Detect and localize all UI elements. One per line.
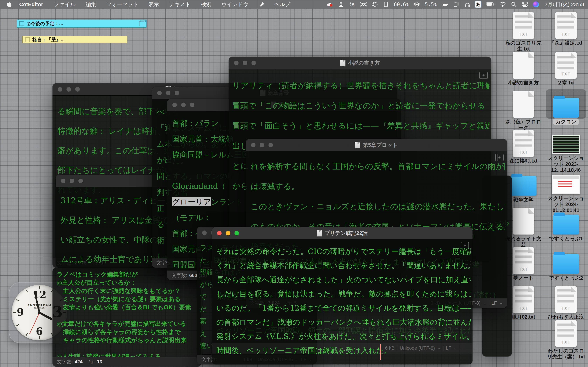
minimize-icon[interactable] [70, 179, 74, 183]
cpu-usage[interactable]: 5.5% [425, 1, 437, 7]
cloud-status-icon[interactable] [327, 1, 333, 8]
txt-file-icon [513, 286, 534, 313]
control-center-icon[interactable] [522, 1, 528, 8]
sticky-note-schedule[interactable]: ◎今後の予定：... [17, 20, 147, 28]
menu-item-help[interactable]: ヘルプ [274, 1, 290, 8]
text-line: くれ」と統合参謀本部作戦室に問い合わせをさせた。「間違いありません。作戦部 [216, 259, 471, 273]
minimize-icon[interactable] [260, 143, 264, 147]
window-controls[interactable] [157, 91, 179, 95]
desktop-icon[interactable]: ですくとっぷ1 [546, 206, 586, 242]
zoom-icon[interactable] [175, 91, 179, 95]
minimize-icon[interactable] [243, 61, 247, 65]
desktop-icon[interactable]: 私のゴスロリ先生.txt [503, 10, 544, 52]
zoom-icon[interactable] [251, 61, 256, 65]
window-controls[interactable] [58, 87, 80, 92]
zoom-icon[interactable] [268, 143, 273, 147]
airbeacon-icon[interactable] [360, 1, 367, 8]
copy-clipboard-icon[interactable] [453, 1, 459, 8]
menu-item: 編集 [86, 1, 96, 8]
text-line: 友情よりも強い恋愛（百合＆BLでもOK）要素 [57, 303, 199, 311]
sticky-windows-icon[interactable] [139, 21, 144, 26]
text-line: 挿絵に頼らず各キャラの容姿から性格まで [57, 328, 199, 336]
zoom-icon[interactable] [75, 87, 80, 92]
document-icon [340, 60, 346, 66]
status-icons: A 60.6% 5.5% あ [327, 1, 588, 8]
text-lines[interactable]: ラノベはコミック編集部だが◎主人公が目立っているか： 主人公の行く末に強烈な興味… [57, 270, 199, 357]
line-ending-select[interactable]: LF [491, 300, 497, 306]
txt-file-icon [555, 320, 577, 347]
window-controls[interactable] [61, 179, 83, 183]
runcat-icon[interactable] [441, 1, 448, 8]
siri-icon[interactable] [533, 1, 539, 7]
text-line: 冒頭で「面白そう」と思わせるには——『差異と共感』ギャップと親近感 [232, 116, 490, 136]
window-controls[interactable] [217, 231, 239, 235]
apple-logo-icon[interactable] [6, 1, 12, 7]
minimize-icon[interactable] [181, 103, 186, 107]
sync-a-icon[interactable]: A [349, 1, 356, 8]
minimize-icon[interactable] [226, 231, 230, 235]
titlebar[interactable]: 小説の書き方 [229, 57, 491, 69]
window-briten[interactable]: ブリテン戦記22話 + 佐から尋ねられたアリスは素直に本当の話をしてしまう。グレ… [212, 227, 473, 364]
desktop-icon-selected[interactable]: カクコン [546, 89, 586, 125]
close-icon[interactable] [157, 91, 162, 95]
close-icon[interactable] [172, 103, 177, 107]
window-controls[interactable] [251, 143, 273, 147]
desktop-icon[interactable]: ですくとっぷ2 [546, 246, 586, 281]
zoom-icon[interactable] [234, 231, 239, 235]
text-lines[interactable]: それは突然の命令だった。CICの薄暗がりでステリー艦長は「もう一度確認してくれ」… [216, 244, 471, 358]
memory-chip-icon[interactable] [382, 1, 389, 8]
text-cursor [380, 344, 381, 360]
desktop-icon[interactable]: 『森』設定.txt [546, 10, 586, 46]
battery-icon[interactable] [486, 1, 495, 8]
titlebar[interactable]: ブリテン戦記22話 [212, 227, 473, 239]
sticky-collapse-icon[interactable] [25, 37, 30, 42]
desktop-icon[interactable]: 小説の書き方 [503, 50, 544, 86]
clock-center-cap [38, 311, 41, 314]
document-icon [355, 142, 360, 148]
sticky-collapse-icon[interactable] [19, 21, 24, 26]
text-line: リアリティ（読者が納得する）世界観を描きそれをちゃんと読者に理解させる [232, 75, 490, 96]
wifi-icon[interactable] [499, 1, 506, 8]
desktop-icon[interactable]: わたしのゴスロリ先生（案）.txt [546, 318, 586, 360]
memory-usage[interactable]: 60.6% [394, 1, 409, 7]
openai-icon[interactable] [371, 1, 378, 8]
script-menu-icon[interactable] [259, 1, 265, 8]
svg-text:A: A [351, 2, 355, 7]
headphones-icon[interactable] [464, 1, 471, 8]
txt-file-icon [513, 247, 534, 274]
menu-items[interactable]: ファイル編集フォーマット表示テキスト検索ウインドウ [54, 1, 259, 8]
text-line: れを解析する間もなく王国からの反撃。首都ロマンにミサイルの雨が降り注ぎ街 [251, 156, 505, 176]
editor-area[interactable]: + 佐から尋ねられたアリスは素直に本当の話をしてしまう。グレイス曹長にシノ捜索隊… [212, 239, 473, 364]
close-icon[interactable] [234, 61, 239, 65]
close-icon[interactable] [217, 231, 222, 235]
minimize-icon[interactable] [166, 91, 171, 95]
window-controls[interactable] [172, 103, 194, 107]
cpu-chip-icon[interactable] [414, 1, 420, 8]
zoom-icon[interactable] [78, 179, 83, 183]
zoom-icon[interactable] [190, 103, 194, 107]
desktop-icon[interactable]: 森に棲む.txt [503, 128, 544, 164]
text-line: それは突然の命令だった。CICの薄暗がりでステリー艦長は「もう一度確認して [216, 244, 471, 259]
close-icon[interactable] [202, 231, 207, 235]
desktop-icon[interactable]: 森（仮）プロローグ [503, 89, 544, 131]
editor-area[interactable]: ラノベはコミック編集部だが◎主人公が目立っているか： 主人公の行く末に強烈な興味… [52, 268, 201, 357]
sticky-note-quote[interactable]: 格言：『壁』... [22, 36, 127, 43]
window-checklist[interactable]: ラノベはコミック編集部だが◎主人公が目立っているか： 主人公の行く末に強烈な興味… [52, 268, 201, 367]
input-source-indicator[interactable]: あ [475, 1, 481, 7]
close-icon[interactable] [251, 143, 256, 147]
window-title: 小説の書き方 [348, 59, 380, 67]
text-line: 長から全部隊へ通達がなされました」火のついてないパイプを口に加え直すと少 [216, 273, 471, 287]
close-icon[interactable] [58, 87, 62, 92]
spotlight-icon[interactable] [510, 1, 517, 8]
menu-clock[interactable]: 2月6日(火) 23:58 [545, 1, 584, 8]
icon-label: 私のゴスロリ先生.txt [503, 40, 544, 52]
app-menu-title[interactable]: CotEditor [19, 1, 43, 7]
desktop-icon[interactable]: ２章.txt [546, 50, 586, 86]
titlebar[interactable]: 第5章プロット [246, 139, 507, 151]
txt-file-icon [513, 12, 534, 39]
close-icon[interactable] [61, 179, 65, 183]
window-controls[interactable] [234, 61, 256, 65]
menu-item: 検索 [201, 1, 211, 8]
hotspot-hand-icon[interactable] [338, 1, 344, 8]
minimize-icon[interactable] [67, 87, 71, 92]
